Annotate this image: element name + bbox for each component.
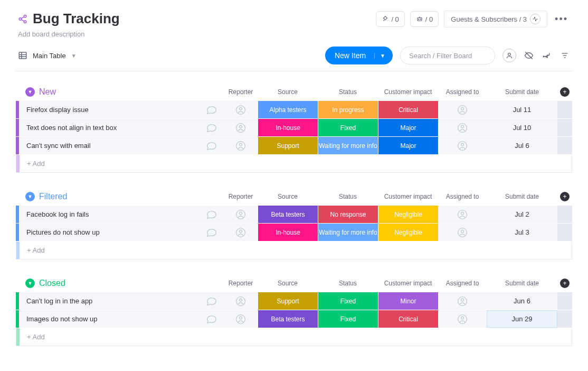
add-row[interactable]: + Add — [16, 328, 572, 346]
view-switcher[interactable]: Main Table ▼ — [18, 51, 77, 60]
chat-icon[interactable] — [200, 292, 224, 310]
hide-icon[interactable] — [524, 50, 534, 61]
status-cell[interactable]: In progress — [318, 101, 378, 118]
board-title[interactable]: Bug Tracking — [33, 11, 120, 27]
col-reporter[interactable]: Reporter — [224, 193, 258, 200]
group-name[interactable]: New — [39, 87, 56, 97]
item-name[interactable]: Facebook log in fails — [19, 206, 200, 223]
impact-cell[interactable]: Critical — [378, 310, 438, 328]
assigned-cell[interactable] — [438, 310, 487, 328]
item-name[interactable]: Text does not align in text box — [19, 119, 200, 136]
new-item-button[interactable]: New Item ▼ — [325, 47, 393, 64]
add-column-button[interactable]: + — [560, 192, 570, 201]
integration-pill-a[interactable]: / 0 — [376, 11, 404, 27]
share-icon[interactable] — [18, 14, 27, 24]
integration-pill-b[interactable]: / 0 — [410, 11, 439, 27]
table-row[interactable]: Firefox display issue Alpha testers In p… — [16, 101, 572, 119]
group-name[interactable]: Closed — [39, 279, 65, 288]
table-row[interactable]: Pictures do not show up In-house Waiting… — [16, 224, 572, 242]
col-source[interactable]: Source — [258, 193, 318, 200]
status-cell[interactable]: Fixed — [318, 310, 378, 328]
impact-cell[interactable]: Negligible — [378, 206, 438, 223]
col-source[interactable]: Source — [258, 280, 318, 287]
submitdate-cell[interactable]: Jul 11 — [487, 101, 557, 118]
add-row-label[interactable]: + Add — [20, 242, 572, 259]
col-impact[interactable]: Customer impact — [378, 280, 438, 287]
source-cell[interactable]: Beta testers — [258, 206, 318, 223]
person-filter-icon[interactable] — [502, 49, 516, 62]
reporter-cell[interactable] — [224, 119, 258, 136]
chat-icon[interactable] — [200, 206, 224, 223]
status-cell[interactable]: Waiting for more info — [318, 224, 378, 241]
reporter-cell[interactable] — [224, 224, 258, 241]
source-cell[interactable]: Support — [258, 137, 318, 154]
item-name[interactable]: Pictures do not show up — [19, 224, 200, 241]
col-submitdate[interactable]: Submit date — [487, 193, 557, 200]
filter-icon[interactable] — [559, 50, 570, 61]
group-toggle[interactable]: ▼ Closed — [25, 279, 65, 288]
col-source[interactable]: Source — [258, 88, 318, 96]
group-name[interactable]: Filtered — [39, 192, 67, 201]
col-reporter[interactable]: Reporter — [224, 88, 258, 96]
impact-cell[interactable]: Negligible — [378, 224, 438, 241]
col-reporter[interactable]: Reporter — [224, 280, 258, 287]
add-row[interactable]: + Add — [16, 242, 572, 259]
reporter-cell[interactable] — [224, 101, 258, 118]
submitdate-cell[interactable]: Jul 6 — [487, 137, 557, 154]
submitdate-cell[interactable]: Jul 3 — [487, 224, 557, 241]
impact-cell[interactable]: Critical — [378, 101, 438, 118]
reporter-cell[interactable] — [224, 206, 258, 223]
status-cell[interactable]: Fixed — [318, 292, 378, 310]
group-toggle[interactable]: ▼ Filtered — [25, 192, 67, 201]
chat-icon[interactable] — [200, 310, 224, 328]
assigned-cell[interactable] — [438, 224, 487, 241]
pin-icon[interactable] — [542, 50, 552, 61]
col-submitdate[interactable]: Submit date — [487, 88, 557, 96]
table-row[interactable]: Images do not show up Beta testers Fixed… — [16, 310, 572, 328]
col-impact[interactable]: Customer impact — [378, 88, 438, 96]
impact-cell[interactable]: Minor — [378, 292, 438, 310]
add-row[interactable]: + Add — [16, 155, 572, 173]
search-input[interactable] — [400, 47, 495, 64]
reporter-cell[interactable] — [224, 310, 258, 328]
add-row-label[interactable]: + Add — [20, 155, 572, 172]
add-column-button[interactable]: + — [560, 87, 570, 97]
reporter-cell[interactable] — [224, 292, 258, 310]
board-description[interactable]: Add board description — [18, 30, 120, 38]
source-cell[interactable]: In-house — [258, 119, 318, 136]
source-cell[interactable]: Alpha testers — [258, 101, 318, 118]
col-status[interactable]: Status — [318, 280, 378, 287]
item-name[interactable]: Can't log in in the app — [19, 292, 200, 310]
assigned-cell[interactable] — [438, 206, 487, 223]
chat-icon[interactable] — [200, 119, 224, 136]
submitdate-cell[interactable]: Jul 10 — [487, 119, 557, 136]
item-name[interactable]: Can't sync with email — [19, 137, 200, 154]
col-impact[interactable]: Customer impact — [378, 193, 438, 200]
submitdate-cell[interactable]: Jul 2 — [487, 206, 557, 223]
col-assigned[interactable]: Assigned to — [438, 88, 487, 96]
status-cell[interactable]: Fixed — [318, 119, 378, 136]
col-assigned[interactable]: Assigned to — [438, 193, 487, 200]
item-name[interactable]: Images do not show up — [19, 310, 200, 328]
assigned-cell[interactable] — [438, 101, 487, 118]
status-cell[interactable]: Waiting for more info — [318, 137, 378, 154]
table-row[interactable]: Can't sync with email Support Waiting fo… — [16, 137, 572, 155]
item-name[interactable]: Firefox display issue — [19, 101, 200, 118]
col-assigned[interactable]: Assigned to — [438, 280, 487, 287]
status-cell[interactable]: No response — [318, 206, 378, 223]
impact-cell[interactable]: Major — [378, 119, 438, 136]
new-item-dropdown-icon[interactable]: ▼ — [374, 53, 393, 59]
source-cell[interactable]: Beta testers — [258, 310, 318, 328]
more-menu-button[interactable]: ••• — [553, 14, 570, 25]
col-status[interactable]: Status — [318, 88, 378, 96]
impact-cell[interactable]: Major — [378, 137, 438, 154]
reporter-cell[interactable] — [224, 137, 258, 154]
chat-icon[interactable] — [200, 137, 224, 154]
assigned-cell[interactable] — [438, 292, 487, 310]
col-status[interactable]: Status — [318, 193, 378, 200]
col-submitdate[interactable]: Submit date — [487, 280, 557, 287]
assigned-cell[interactable] — [438, 119, 487, 136]
guests-subscribers-button[interactable]: Guests & Subscribers / 3 — [444, 11, 547, 27]
chat-icon[interactable] — [200, 224, 224, 241]
source-cell[interactable]: In-house — [258, 224, 318, 241]
